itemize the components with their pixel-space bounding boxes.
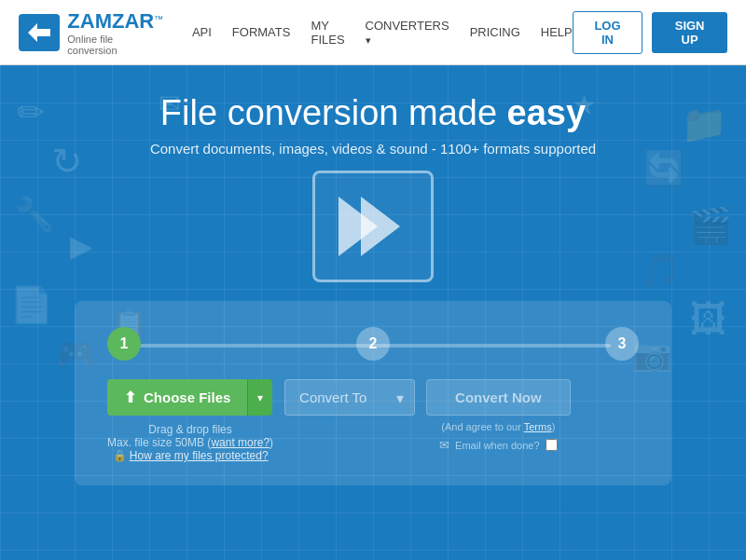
controls-row: ⬆ Choose Files ▾ Drag & drop files Max. … xyxy=(107,379,639,462)
choose-files-group: ⬆ Choose Files ▾ xyxy=(107,379,272,416)
nav-formats[interactable]: FORMATS xyxy=(232,25,291,39)
lock-icon: 🔒 xyxy=(113,449,127,462)
svg-marker-0 xyxy=(28,23,50,42)
converter-box: 1 2 3 ⬆ Choose Files ▾ xyxy=(75,301,671,485)
convert-now-column: Convert Now (And agree to our Terms) ✉ E… xyxy=(426,379,571,452)
hero-content: File conversion made easy Convert docume… xyxy=(0,65,746,485)
file-info: Drag & drop files Max. file size 50MB (w… xyxy=(107,423,273,462)
nav-api[interactable]: API xyxy=(192,25,212,39)
step-3-circle: 3 xyxy=(605,327,639,361)
hero-subtitle: Convert documents, images, videos & soun… xyxy=(150,141,596,157)
hero-section: ✏ ↻ 🔧 ▶ 📄 🎮 📋 📁 🔄 🎬 🎵 🖼 📷 ✉ ★ File conve… xyxy=(0,65,746,560)
navbar: ZAMZAR™ Online file conversion API FORMA… xyxy=(0,0,746,65)
nav-help[interactable]: HELP xyxy=(541,25,573,39)
file-protection-link[interactable]: How are my files protected? xyxy=(130,449,269,462)
logo-name: ZAMZAR™ xyxy=(67,9,164,34)
step-1-circle: 1 xyxy=(107,327,141,361)
signup-button[interactable]: SIGN UP xyxy=(652,12,727,53)
drag-drop-label: Drag & drop files xyxy=(107,423,273,436)
convert-to-select[interactable]: Convert To xyxy=(284,379,415,416)
hero-title: File conversion made easy xyxy=(160,93,586,133)
file-protection-row: 🔒 How are my files protected? xyxy=(107,449,273,462)
convert-now-button[interactable]: Convert Now xyxy=(426,379,571,416)
logo-icon xyxy=(19,14,60,51)
nav-converters[interactable]: CONVERTERS xyxy=(366,19,449,47)
logo-subtitle: Online file conversion xyxy=(67,34,164,56)
upload-icon: ⬆ xyxy=(124,389,136,406)
nav-myfiles[interactable]: MY FILES xyxy=(311,19,344,47)
logo[interactable]: ZAMZAR™ Online file conversion xyxy=(19,9,164,56)
choose-files-column: ⬆ Choose Files ▾ Drag & drop files Max. … xyxy=(107,379,273,462)
logo-text: ZAMZAR™ Online file conversion xyxy=(67,9,164,56)
nav-links: API FORMATS MY FILES CONVERTERS PRICING … xyxy=(192,19,573,47)
center-play-icon xyxy=(312,171,434,282)
play-arrows xyxy=(346,197,400,256)
arrow2 xyxy=(361,197,400,256)
choose-files-dropdown-button[interactable]: ▾ xyxy=(247,379,272,416)
terms-link[interactable]: Terms xyxy=(524,421,552,432)
nav-pricing[interactable]: PRICING xyxy=(470,25,520,39)
email-row: ✉ Email when done? xyxy=(426,438,571,452)
convert-to-wrapper: Convert To // set select option text fro… xyxy=(284,379,415,416)
want-more-link[interactable]: want more? xyxy=(211,436,269,449)
email-icon: ✉ xyxy=(439,438,449,452)
nav-buttons: LOG IN SIGN UP xyxy=(573,11,727,54)
choose-files-button[interactable]: ⬆ Choose Files xyxy=(107,379,247,416)
file-size-info: Max. file size 50MB (want more?) xyxy=(107,436,273,449)
step-2-circle: 2 xyxy=(356,327,390,361)
login-button[interactable]: LOG IN xyxy=(573,11,642,54)
steps-row: 1 2 3 xyxy=(107,327,639,361)
email-checkbox[interactable] xyxy=(546,439,558,451)
terms-text: (And agree to our Terms) xyxy=(426,421,571,432)
